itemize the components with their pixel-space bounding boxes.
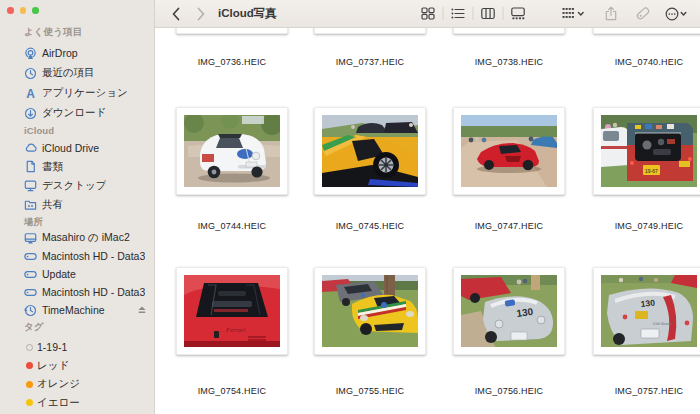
sidebar: よく使う項目AirDrop最近の項目AアプリケーションダウンロードiCloudi…	[0, 0, 155, 414]
sidebar-item--[interactable]: 共有	[0, 195, 154, 214]
sidebar-item-icloud-drive[interactable]: iCloud Drive	[0, 138, 154, 157]
sidebar-item-label: 1-19-1	[37, 341, 67, 353]
file-label[interactable]: IMG_0738.HEIC	[439, 57, 579, 67]
sidebar-item-1-19-1[interactable]: 1-19-1	[0, 338, 154, 357]
fullscreen-button[interactable]	[32, 7, 39, 14]
file-label[interactable]: IMG_0744.HEIC	[162, 221, 302, 231]
file-label[interactable]: IMG_0756.HEIC	[439, 386, 579, 396]
sidebar-section: 場所Masahiro の iMac2Macintosh HD - Data3Up…	[0, 214, 154, 319]
column-view-button[interactable]	[481, 0, 495, 27]
sidebar-item-label: オレンジ	[37, 377, 80, 391]
sidebar-section: タグ1-19-1レッドオレンジイエロー	[0, 319, 154, 412]
eject-icon[interactable]	[136, 304, 148, 316]
file-thumbnail[interactable]: Ferrari	[176, 267, 288, 355]
close-button[interactable]	[7, 7, 14, 14]
sidebar-item-macintosh-hd---data3[interactable]: Macintosh HD - Data3	[0, 247, 154, 265]
timemachine-icon	[23, 304, 37, 317]
sidebar-item-label: レッド	[37, 359, 69, 373]
file-label[interactable]: IMG_0736.HEIC	[162, 57, 302, 67]
minimize-button[interactable]	[20, 7, 27, 14]
forward-button[interactable]	[197, 0, 206, 27]
sidebar-item--[interactable]: 書類	[0, 157, 154, 176]
sidebar-item--[interactable]: デスクトップ	[0, 176, 154, 195]
list-view-button[interactable]	[451, 0, 465, 27]
file-thumbnail[interactable]	[453, 107, 565, 195]
file-label[interactable]: IMG_0749.HEIC	[579, 221, 700, 231]
sidebar-item--[interactable]: Aアプリケーション	[0, 83, 154, 103]
photo-enzo-red	[461, 115, 557, 187]
tag-button[interactable]	[636, 0, 651, 27]
shared-folder-icon	[23, 198, 37, 211]
download-icon	[23, 107, 37, 120]
sidebar-item--[interactable]: オレンジ	[0, 375, 154, 394]
file-thumbnail[interactable]: 130	[453, 267, 565, 355]
sidebar-item-macintosh-hd---data3[interactable]: Macintosh HD - Data3	[0, 283, 154, 301]
back-button[interactable]	[172, 0, 181, 27]
sidebar-item-label: Update	[42, 268, 76, 280]
sidebar-section-header: よく使う項目	[0, 24, 154, 39]
finder-window: よく使う項目AirDrop最近の項目AアプリケーションダウンロードiCloudi…	[0, 0, 700, 414]
sidebar-section: よく使う項目AirDrop最近の項目Aアプリケーションダウンロード	[0, 24, 154, 123]
sidebar-item--[interactable]: 最近の項目	[0, 63, 154, 83]
file-thumbnail[interactable]	[453, 28, 565, 34]
sidebar-item-label: 書類	[42, 160, 63, 174]
svg-text:A: A	[26, 87, 35, 100]
applications-icon: A	[23, 87, 37, 100]
file-label[interactable]: IMG_0757.HEIC	[579, 386, 700, 396]
file-thumbnail[interactable]	[176, 107, 288, 195]
svg-text:Little Bastard: Little Bastard	[652, 322, 672, 326]
file-thumbnail[interactable]	[593, 28, 700, 34]
sidebar-item-timemachine[interactable]: TimeMachine	[0, 301, 154, 319]
harddrive-icon	[23, 250, 37, 263]
more-options-button[interactable]	[665, 0, 687, 27]
file-thumbnail[interactable]: 130Little Bastard	[593, 267, 700, 355]
file-thumbnail[interactable]	[314, 28, 426, 34]
desktop-icon	[23, 179, 37, 192]
sidebar-item-masahiro-imac2[interactable]: Masahiro の iMac2	[0, 229, 154, 247]
sidebar-item-label: アプリケーション	[42, 86, 128, 100]
file-label[interactable]: IMG_0747.HEIC	[439, 221, 579, 231]
sidebar-item-label: Masahiro の iMac2	[42, 231, 130, 245]
file-label[interactable]: IMG_0737.HEIC	[300, 57, 440, 67]
sidebar-item--[interactable]: レッド	[0, 357, 154, 376]
sidebar-item--[interactable]: ダウンロード	[0, 103, 154, 123]
file-label[interactable]: IMG_0740.HEIC	[579, 57, 700, 67]
harddrive-icon	[23, 268, 37, 281]
sidebar-item-label: Macintosh HD - Data3	[42, 286, 145, 298]
sidebar-item-airdrop[interactable]: AirDrop	[0, 43, 154, 63]
sidebar-section-header: タグ	[0, 319, 154, 334]
sidebar-item-label: Macintosh HD - Data3	[42, 250, 145, 262]
toolbar-separator	[473, 7, 474, 20]
clock-icon	[23, 67, 37, 80]
tag-dot-icon	[26, 381, 33, 388]
sidebar-item-label: デスクトップ	[42, 179, 106, 193]
file-label[interactable]: IMG_0754.HEIC	[162, 386, 302, 396]
sidebar-item-update[interactable]: Update	[0, 265, 154, 283]
sidebar-section: iCloudiCloud Drive書類デスクトップ共有	[0, 123, 154, 214]
imac-icon	[23, 232, 37, 245]
photo-spyder-front-silver: 130	[461, 275, 557, 347]
file-grid: IMG_0736.HEICIMG_0737.HEICIMG_0738.HEICI…	[156, 28, 700, 414]
toolbar: iCloud写真	[155, 0, 700, 28]
file-label[interactable]: IMG_0755.HEIC	[300, 386, 440, 396]
file-label[interactable]: IMG_0745.HEIC	[300, 221, 440, 231]
harddrive-icon	[23, 286, 37, 299]
file-thumbnail[interactable]	[314, 107, 426, 195]
share-button[interactable]	[605, 0, 618, 27]
photo-racecar-rear: 19-67	[601, 115, 697, 187]
sidebar-item-label: イエロー	[37, 396, 80, 410]
sidebar-item--[interactable]: イエロー	[0, 394, 154, 413]
group-by-button[interactable]	[562, 0, 584, 27]
icon-view-button[interactable]	[421, 0, 435, 27]
photo-fiat500-white	[184, 115, 280, 187]
toolbar-separator	[443, 7, 444, 20]
sidebar-section-header: 場所	[0, 214, 154, 229]
sidebar-item-label: TimeMachine	[42, 304, 105, 316]
file-thumbnail[interactable]	[314, 267, 426, 355]
file-thumbnail[interactable]	[176, 28, 288, 34]
photo-mclaren-yellow	[322, 115, 418, 187]
sidebar-section-header: iCloud	[0, 123, 154, 138]
tag-dot-icon	[26, 362, 33, 369]
file-thumbnail[interactable]: 19-67	[593, 107, 700, 195]
gallery-view-button[interactable]	[511, 0, 525, 27]
